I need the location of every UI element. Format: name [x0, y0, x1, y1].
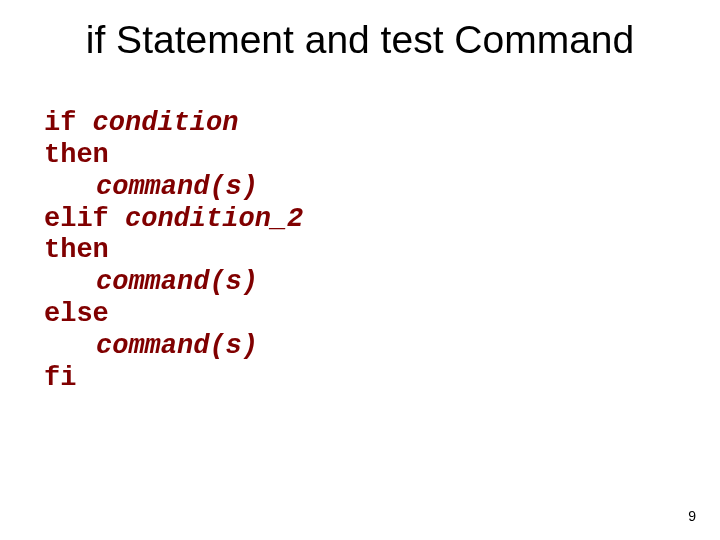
code-line-commands-3: command(s) [44, 331, 303, 363]
code-block: if condition then command(s) elif condit… [44, 108, 303, 395]
kw-elif: elif [44, 204, 125, 234]
code-line-elif: elif condition_2 [44, 204, 303, 236]
code-line-commands-2: command(s) [44, 267, 303, 299]
kw-if: if [44, 108, 93, 138]
code-line-else: else [44, 299, 303, 331]
slide-title: if Statement and test Command [0, 0, 720, 62]
code-line-commands-1: command(s) [44, 172, 303, 204]
page-number: 9 [688, 508, 696, 524]
condition-2: condition_2 [125, 204, 303, 234]
code-line-then-1: then [44, 140, 303, 172]
condition-1: condition [93, 108, 239, 138]
code-line-then-2: then [44, 235, 303, 267]
code-line-if: if condition [44, 108, 303, 140]
code-line-fi: fi [44, 363, 303, 395]
slide: if Statement and test Command if conditi… [0, 0, 720, 540]
